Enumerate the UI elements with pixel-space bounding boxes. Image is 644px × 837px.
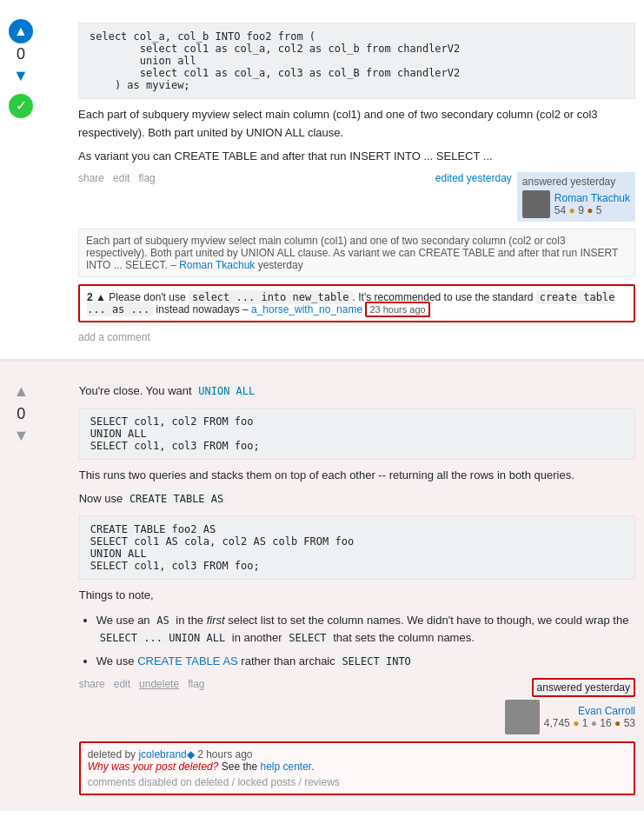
edited-label-1: edited yesterday bbox=[435, 172, 512, 184]
comment-text-1: Each part of subquery myview select main… bbox=[86, 235, 618, 271]
answered-card-2: answered yesterday Evan Carroll 4,745 ● … bbox=[505, 678, 635, 734]
as-code: AS bbox=[153, 614, 172, 628]
code-block-2: SELECT col1, col2 FROM foo UNION ALL SEL… bbox=[79, 408, 635, 460]
share-link-2[interactable]: share bbox=[79, 678, 105, 690]
downvote-button-1[interactable]: ▼ bbox=[9, 65, 33, 87]
answer-intro-2: You're close. You want UNION ALL bbox=[79, 382, 635, 401]
comments-disabled: comments disabled on deleted / locked po… bbox=[88, 776, 627, 788]
highlighted-comment-1: 2 ▲ Please don't use select ... into new… bbox=[78, 284, 635, 322]
answer-para-3: This runs two queries and stacks them on… bbox=[79, 467, 635, 485]
answer-body-2: You're close. You want UNION ALL SELECT … bbox=[79, 377, 635, 795]
answer-actions-2: share edit undelete flag answered yester… bbox=[79, 678, 635, 734]
flag-link-1[interactable]: flag bbox=[138, 172, 155, 184]
answered-label-2: answered yesterday bbox=[532, 678, 635, 697]
action-links-1: share edit flag edited yesterday bbox=[78, 172, 517, 184]
create-table-link[interactable]: CREATE TABLE AS bbox=[137, 654, 238, 668]
deleted-notice: deleted by jcolebrand◆ 2 hours ago Why w… bbox=[79, 741, 635, 795]
flag-link-2[interactable]: flag bbox=[188, 678, 204, 690]
answer-2: ▲ 0 ▼ You're close. You want UNION ALL S… bbox=[0, 361, 644, 811]
vote-count-1: 0 bbox=[9, 43, 33, 65]
user-rep-2: 4,745 ● 1 ● 16 ● 53 bbox=[544, 717, 635, 729]
deleter-link[interactable]: jcolebrand bbox=[138, 748, 186, 761]
help-center-link[interactable]: help center bbox=[260, 761, 311, 773]
comment-author-1[interactable]: Roman Tkachuk bbox=[179, 259, 255, 271]
upvote-button-2[interactable]: ▲ bbox=[9, 381, 34, 402]
comment-timestamp-1: 23 hours ago bbox=[365, 302, 429, 317]
bullet-list-2: We use an AS in the first select list to… bbox=[96, 612, 635, 671]
union-all-code: UNION ALL bbox=[195, 384, 258, 398]
user-avatar-1 bbox=[522, 190, 550, 218]
answer-para-4: Now use CREATE TABLE AS bbox=[79, 490, 635, 508]
vote-column-1: ▲ 0 ▼ ✓ bbox=[9, 16, 33, 343]
select-union-code: SELECT ... UNION ALL bbox=[96, 631, 229, 645]
undelete-link-2[interactable]: undelete bbox=[139, 678, 179, 690]
bullet-item-1: We use an AS in the first select list to… bbox=[96, 612, 635, 648]
edit-link-1[interactable]: edit bbox=[113, 172, 129, 184]
select-code: SELECT bbox=[285, 631, 329, 645]
user-rep-1: 54 ● 9 ● 5 bbox=[554, 204, 630, 216]
share-link-1[interactable]: share bbox=[78, 172, 104, 184]
username-2[interactable]: Evan Carroll bbox=[544, 705, 635, 717]
action-links-2: share edit undelete flag bbox=[79, 678, 505, 690]
user-avatar-2 bbox=[505, 700, 540, 734]
add-comment-link-1[interactable]: add a comment bbox=[78, 331, 150, 343]
answer-para-2: As variant you can CREATE TABLE and afte… bbox=[78, 148, 635, 166]
answer-1: ▲ 0 ▼ ✓ select col_a, col_b INTO foo2 fr… bbox=[0, 0, 644, 360]
bullet-item-2: We use CREATE TABLE AS rather than archa… bbox=[96, 653, 635, 671]
answered-card-1: answered yesterday Roman Tkachuk 54 ● 9 … bbox=[517, 172, 635, 222]
things-note: Things to note, bbox=[79, 587, 635, 605]
downvote-button-2[interactable]: ▼ bbox=[9, 425, 34, 447]
vote-column-2: ▲ 0 ▼ bbox=[9, 377, 34, 795]
answer-para-1: Each part of subquery myview select main… bbox=[78, 106, 635, 143]
deleted-by-line: deleted by jcolebrand◆ 2 hours ago bbox=[88, 748, 627, 761]
answered-label-1: answered yesterday bbox=[522, 176, 630, 188]
vote-count-2: 0 bbox=[9, 403, 34, 425]
create-table-code: CREATE TABLE AS bbox=[126, 492, 227, 506]
comment-author-2[interactable]: a_horse_with_no_name bbox=[251, 303, 362, 316]
username-1[interactable]: Roman Tkachuk bbox=[554, 192, 630, 204]
answer-body-1: select col_a, col_b INTO foo2 from ( sel… bbox=[78, 16, 635, 343]
code-block-3: CREATE TABLE foo2 AS SELECT col1 AS cola… bbox=[79, 515, 635, 580]
select-into-code: SELECT INTO bbox=[338, 654, 414, 668]
comment-code-1: select ... into new_table bbox=[189, 290, 353, 304]
answer-actions-1: share edit flag edited yesterday answere… bbox=[78, 172, 635, 222]
edit-link-2[interactable]: edit bbox=[114, 678, 130, 690]
comment-text-post-1: instead nowadays – bbox=[153, 303, 248, 316]
accept-button-1[interactable]: ✓ bbox=[9, 94, 33, 118]
code-block-1: select col_a, col_b INTO foo2 from ( sel… bbox=[78, 23, 635, 99]
upvote-button-1[interactable]: ▲ bbox=[9, 19, 33, 43]
comment-time-1: yesterday bbox=[258, 259, 303, 271]
comment-1: Each part of subquery myview select main… bbox=[78, 229, 635, 277]
why-deleted-line: Why was your post deleted? See the help … bbox=[88, 761, 627, 773]
